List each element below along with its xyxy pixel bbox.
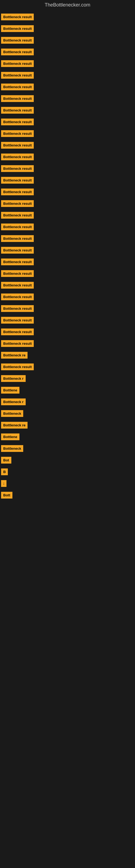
list-item: Bot (0, 454, 135, 466)
list-item: Bott (0, 489, 135, 501)
list-item: Bottleneck r (0, 396, 135, 408)
list-item: Bottleneck result (0, 93, 135, 104)
list-item: Bottleneck result (0, 140, 135, 151)
bottleneck-badge: Bottleneck result (1, 364, 34, 370)
list-item: Bottleneck result (0, 326, 135, 338)
bottleneck-badge: Bottleneck result (1, 37, 34, 44)
list-item: Bottleneck result (0, 314, 135, 326)
list-item: Bottleneck result (0, 58, 135, 69)
list-item: Bottleneck result (0, 128, 135, 140)
list-item: Bottleneck result (0, 175, 135, 186)
list-item: Bottleneck result (0, 256, 135, 268)
bottleneck-badge: Bottleneck result (1, 177, 34, 184)
list-item: Bottleneck r (0, 373, 135, 384)
list-item: Bottleneck (0, 408, 135, 420)
bottleneck-badge: Bottleneck r (1, 375, 26, 382)
bottleneck-badge: Bottleneck result (1, 13, 34, 20)
list-item: Bottleneck result (0, 69, 135, 81)
bottleneck-badge: Bottleneck result (1, 130, 34, 137)
bottleneck-badge: Bottleneck result (1, 317, 34, 323)
list-item: Bottleneck (0, 443, 135, 454)
bottleneck-badge: Bottleneck re (1, 422, 28, 429)
list-item: Bottleneck result (0, 81, 135, 93)
bottleneck-badge: Bottleneck result (1, 247, 34, 254)
list-item: Bottleneck result (0, 23, 135, 34)
bottleneck-badge: Bottleneck result (1, 84, 34, 90)
bottleneck-badge: Bottleneck result (1, 107, 34, 114)
list-item: Bottleneck result (0, 151, 135, 163)
bottleneck-badge: Bottleneck result (1, 270, 34, 277)
bottleneck-badge: B (1, 468, 8, 475)
list-item: Bottleneck re (0, 420, 135, 431)
list-item: Bottleneck result (0, 221, 135, 233)
bottleneck-badge: Bottleneck result (1, 25, 34, 32)
bottleneck-badge: Bottleneck result (1, 329, 34, 335)
list-item: : (0, 478, 135, 489)
list-item: Bottleneck re (0, 349, 135, 361)
list-item: Bottleneck result (0, 209, 135, 221)
bottleneck-badge: Bottleneck result (1, 235, 34, 242)
bottleneck-badge: Bottleneck result (1, 165, 34, 172)
list-item: Bottleneck result (0, 291, 135, 303)
list-item: Bottleneck result (0, 46, 135, 58)
bottleneck-badge: Bottleneck result (1, 212, 34, 219)
list-item: Bottleneck result (0, 361, 135, 373)
list-item: Bottleneck result (0, 186, 135, 198)
list-item: Bottleneck result (0, 338, 135, 349)
list-item: Bottleneck result (0, 303, 135, 314)
bottleneck-badge: Bottleneck result (1, 95, 34, 102)
bottleneck-badge: Bottleneck result (1, 223, 34, 230)
bottleneck-badge: Bottleneck result (1, 282, 34, 289)
bottleneck-badge: Bottleneck result (1, 340, 34, 347)
items-container: Bottleneck resultBottleneck resultBottle… (0, 10, 135, 502)
bottleneck-badge: Bottlene (1, 433, 19, 440)
list-item: Bottleneck result (0, 11, 135, 23)
list-item: Bottleneck result (0, 233, 135, 244)
bottleneck-badge: Bottlene (1, 387, 19, 394)
bottleneck-badge: Bottleneck result (1, 119, 34, 125)
bottleneck-badge: Bottleneck result (1, 200, 34, 207)
bottleneck-badge: Bottleneck result (1, 293, 34, 300)
bottleneck-badge: Bottleneck result (1, 72, 34, 79)
bottleneck-badge: Bottleneck re (1, 352, 28, 359)
bottleneck-badge: Bottleneck result (1, 49, 34, 55)
bottleneck-badge: Bottleneck result (1, 258, 34, 265)
bottleneck-badge: Bottleneck (1, 445, 23, 452)
list-item: Bottleneck result (0, 244, 135, 256)
bottleneck-badge: Bottleneck result (1, 188, 34, 195)
bottleneck-badge: Bottleneck (1, 410, 23, 417)
bottleneck-badge: Bottleneck r (1, 399, 26, 405)
list-item: Bottleneck result (0, 268, 135, 279)
bottleneck-badge: Bott (1, 492, 12, 499)
list-item: Bottleneck result (0, 104, 135, 116)
bottleneck-badge: Bottleneck result (1, 142, 34, 149)
list-item: Bottleneck result (0, 34, 135, 46)
bottleneck-badge: Bottleneck result (1, 60, 34, 67)
bottleneck-badge: Bottleneck result (1, 154, 34, 160)
bottleneck-badge: Bottleneck result (1, 305, 34, 312)
list-item: Bottleneck result (0, 163, 135, 175)
list-item: Bottlene (0, 431, 135, 443)
site-title: TheBottlenecker.com (0, 0, 135, 10)
list-item: Bottleneck result (0, 279, 135, 291)
bottleneck-badge: Bot (1, 457, 11, 464)
list-item: Bottlene (0, 384, 135, 396)
list-item: B (0, 466, 135, 478)
bottleneck-badge: : (1, 480, 6, 487)
list-item: Bottleneck result (0, 116, 135, 128)
list-item: Bottleneck result (0, 198, 135, 209)
